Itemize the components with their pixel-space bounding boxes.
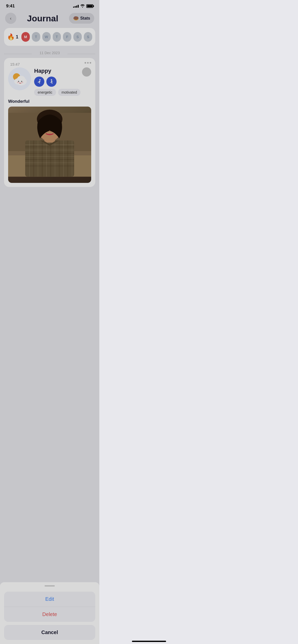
sheet-backdrop[interactable]: [0, 0, 99, 215]
